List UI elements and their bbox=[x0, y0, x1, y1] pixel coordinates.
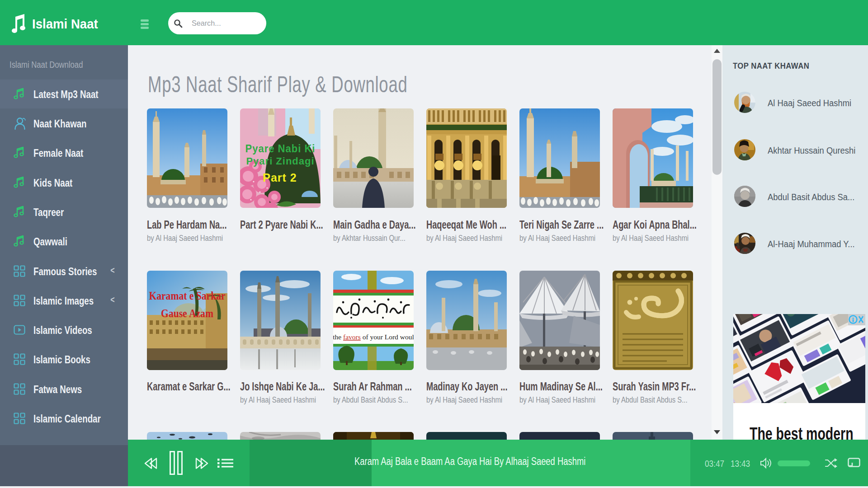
svg-text:Gause Azam: Gause Azam bbox=[161, 307, 213, 319]
svg-text:Pyare Nabi Ki: Pyare Nabi Ki bbox=[245, 143, 316, 155]
svg-text:Karamat e Sarkar: Karamat e Sarkar bbox=[149, 290, 225, 302]
svg-text:Pyari Zindagi: Pyari Zindagi bbox=[246, 155, 314, 167]
svg-text:the favors of your Lord woul: the favors of your Lord woul bbox=[333, 333, 414, 341]
svg-text:Part 2: Part 2 bbox=[263, 171, 297, 184]
